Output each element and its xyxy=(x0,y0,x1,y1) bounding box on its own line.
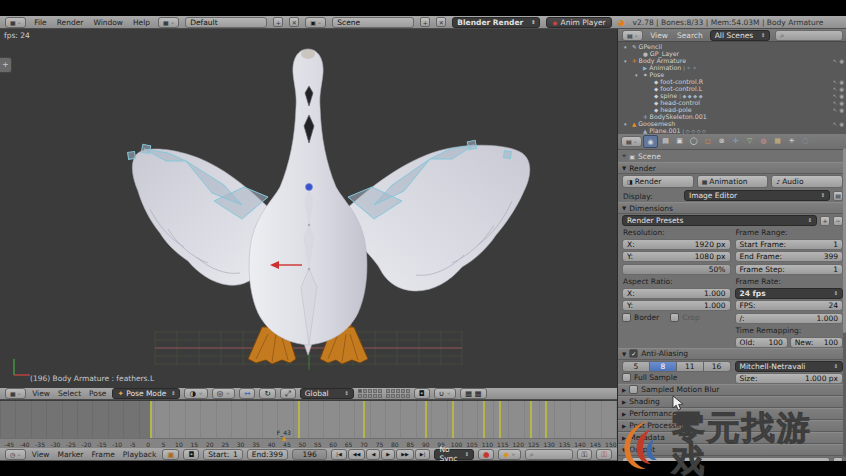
restrict-toggle-icons[interactable]: ↖ ◉ xyxy=(833,93,846,99)
manipulator-translate-toggle[interactable]: ↔ xyxy=(239,388,255,399)
viewport-editor-icon[interactable]: ▦ ◦ xyxy=(5,388,26,399)
breadcrumb-pin-icon[interactable]: ⌖ xyxy=(622,151,626,161)
lock-icon[interactable]: ◘ xyxy=(414,388,430,399)
outliner-item[interactable]: ▶Animation| ✧ ✧ xyxy=(618,64,846,71)
expander-icon[interactable]: ▾ xyxy=(624,121,630,127)
expander-icon[interactable]: ▾ xyxy=(624,58,630,64)
panel-header-dimensions[interactable]: ▼Dimensions xyxy=(618,202,846,214)
aa-sample-5[interactable]: 5 xyxy=(622,361,650,372)
fps-preset-select[interactable]: 24 fps⇕ xyxy=(735,288,844,299)
modifiers-tab[interactable]: ✛ xyxy=(729,135,742,146)
object-data-tab[interactable]: ▽ xyxy=(743,135,756,146)
timeline-playback-menu[interactable]: Playback xyxy=(121,450,158,459)
view-menu[interactable]: View xyxy=(30,389,52,398)
pose-menu[interactable]: Pose xyxy=(87,389,108,398)
object-tab[interactable]: ◻ xyxy=(701,135,714,146)
timeline-view-menu[interactable]: View xyxy=(30,450,52,459)
world-tab[interactable]: ◯ xyxy=(687,135,700,146)
mode-select[interactable]: ✦ Pose Mode⇕ xyxy=(112,388,180,399)
render-presets-select[interactable]: Render Presets⇕ xyxy=(622,215,817,226)
outliner-item[interactable]: ◆foot-control.R↖ ◉ xyxy=(618,78,846,85)
restrict-toggle-icons[interactable]: ↖ ◉ xyxy=(833,107,846,113)
particles-tab[interactable]: ✳ xyxy=(785,135,798,146)
play-button[interactable]: ▶ xyxy=(381,449,395,460)
aa-checkbox[interactable]: ✓ xyxy=(629,349,638,358)
panel-header-sampled-motion-blur[interactable]: ▶Sampled Motion Blur xyxy=(618,384,846,396)
orientation-select[interactable]: Global⇕ xyxy=(300,388,354,399)
outliner-item[interactable]: ◆spine| ◆ ◆ ◆ ◆↖ ◉ xyxy=(618,92,846,99)
display-extra-button[interactable]: ▤ xyxy=(833,191,843,201)
texture-tab[interactable]: ▦ xyxy=(771,135,784,146)
panel-header-post-processing[interactable]: ▶Post Processing xyxy=(618,420,846,432)
timeline-editor-icon[interactable]: ◷ ◦ xyxy=(5,449,26,460)
render-layers-tab[interactable]: ▤ xyxy=(659,135,672,146)
timeline-frame-menu[interactable]: Frame xyxy=(89,450,116,459)
resolution-scale-slider[interactable]: 50% xyxy=(622,264,731,275)
remap-old-field[interactable]: Old:100 xyxy=(735,337,788,348)
restrict-toggle-icons[interactable]: ↖ ◉ xyxy=(833,86,846,92)
border-checkbox[interactable] xyxy=(622,313,631,322)
keying-set-icon[interactable]: ◆ ◦ xyxy=(498,449,520,460)
render-audio-button[interactable]: ♪Audio xyxy=(771,175,843,188)
engine-select[interactable]: Blender Render⇕ xyxy=(452,17,540,28)
menu-file[interactable]: File xyxy=(32,18,49,27)
preset-remove-button[interactable]: − xyxy=(833,216,843,226)
outliner-display-select[interactable]: All Scenes⇕ xyxy=(710,30,771,41)
editor-type-icon[interactable]: ▦ ◦ xyxy=(5,17,26,28)
resolution-x-field[interactable]: X:1920 px xyxy=(622,239,731,250)
play-reverse-button[interactable]: ◀ xyxy=(366,449,380,460)
outliner-item-suffix-icons[interactable]: | ✧ ✧ xyxy=(683,65,696,71)
layers-group-1[interactable] xyxy=(358,389,382,398)
manipulator-rotate-toggle[interactable]: ↻ xyxy=(259,388,275,399)
outliner-item-suffix-icons[interactable]: | ◆ ◆ ◆ ◆ xyxy=(679,93,702,99)
timeline-marker-menu[interactable]: Marker xyxy=(56,450,86,459)
panel-header-render[interactable]: ▼Render xyxy=(618,162,846,174)
scene-field[interactable]: Scene xyxy=(332,17,414,28)
aa-sample-16[interactable]: 16 xyxy=(704,361,731,372)
outliner-item[interactable]: ▾✛Body Armature↖ ◉ xyxy=(618,57,846,64)
end-frame-prop-field[interactable]: End Frame:399 xyxy=(735,251,844,262)
scene-tab[interactable]: ▣ xyxy=(673,135,686,146)
aa-sample-8[interactable]: 8 xyxy=(650,361,677,372)
restrict-toggle-icons[interactable]: ↖ ◉ xyxy=(833,100,846,106)
outliner-item[interactable]: ✛BodySkeleton.001 xyxy=(618,113,846,120)
physics-tab[interactable]: ◌ xyxy=(799,135,812,146)
end-frame-field[interactable]: End:399 xyxy=(247,449,288,460)
timeline-marker[interactable]: F_43 ▲ xyxy=(277,429,291,439)
jump-start-button[interactable]: |◀ xyxy=(331,449,347,460)
aa-filter-select[interactable]: Mitchell-Netravali⇕ xyxy=(735,361,844,372)
aa-size-field[interactable]: Size:1.000 px xyxy=(735,373,844,384)
add-layout-button[interactable]: + xyxy=(273,17,283,27)
outliner-item[interactable]: ▾✦Pose xyxy=(618,71,846,78)
resolution-y-field[interactable]: Y:1080 px xyxy=(622,251,731,262)
properties-editor-icon[interactable]: ▤ ◦ xyxy=(621,136,642,147)
lock-frame-icon[interactable]: ◘ xyxy=(183,449,199,460)
restrict-toggle-icons[interactable]: ↖ ◉ xyxy=(833,79,846,85)
render-animation-button[interactable]: ▦Animation xyxy=(697,175,769,188)
aspect-y-field[interactable]: Y:1.000 xyxy=(622,300,731,311)
fps-base-field[interactable]: /:1.000 xyxy=(735,313,844,324)
delete-layout-button[interactable]: ✕ xyxy=(289,17,299,27)
display-select[interactable]: Image Editor⇕ xyxy=(684,190,830,201)
outliner-item[interactable]: ◆head-pole↖ ◉ xyxy=(618,106,846,113)
sampled-motion-blur-checkbox[interactable] xyxy=(629,385,638,394)
full-sample-checkbox[interactable] xyxy=(622,373,631,382)
record-button[interactable]: ● xyxy=(478,449,495,460)
menu-help[interactable]: Help xyxy=(131,18,152,27)
layers-group-2[interactable] xyxy=(386,389,410,398)
restrict-toggle-icons[interactable]: ↖ ◉ xyxy=(833,121,846,127)
scene-icon[interactable]: ▣ ◦ xyxy=(305,17,326,28)
frame-step-field[interactable]: Frame Step:1 xyxy=(735,264,844,275)
sync-select[interactable]: No Sync⇕ xyxy=(434,449,474,460)
panel-header-antialiasing[interactable]: ▼✓Anti-Aliasing xyxy=(618,348,846,360)
delete-scene-button[interactable]: ✕ xyxy=(436,17,446,27)
delete-keyframe-icon[interactable]: ⚿ xyxy=(596,449,612,460)
crop-checkbox[interactable] xyxy=(670,313,679,322)
aa-sample-11[interactable]: 11 xyxy=(677,361,704,372)
outliner-search-input[interactable]: ⌕ xyxy=(775,30,843,41)
render-opengl-icon[interactable]: ▦ ▦ xyxy=(460,388,487,399)
snap-magnet-icon[interactable]: ∪ ◦ xyxy=(434,388,456,399)
outliner-item[interactable]: ◆foot-control.L↖ ◉ xyxy=(618,85,846,92)
timeline[interactable]: -45-40-35-30-25-20-15-10-505101520253035… xyxy=(0,400,617,449)
outliner-item[interactable]: ◆head-control↖ ◉ xyxy=(618,99,846,106)
